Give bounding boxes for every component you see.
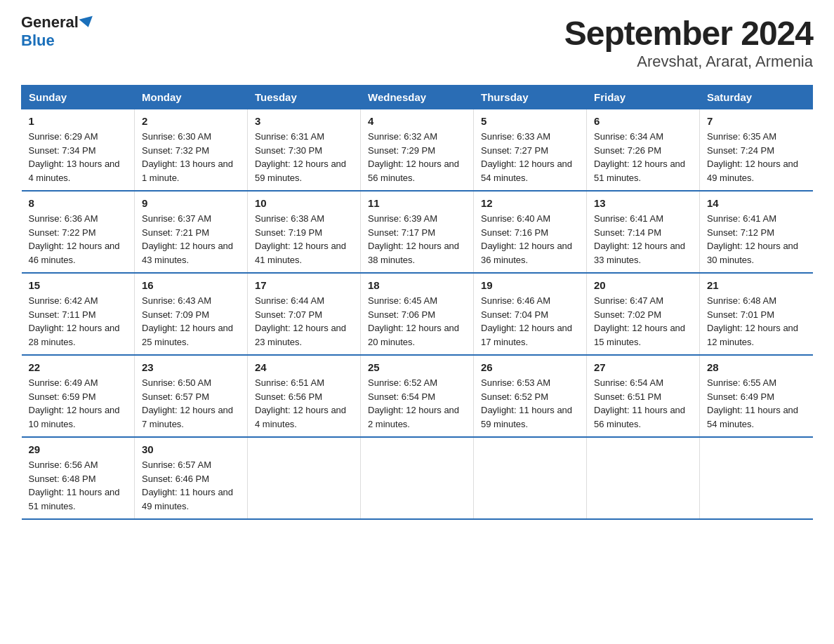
day-info: Sunrise: 6:36 AMSunset: 7:22 PMDaylight:… (29, 212, 128, 267)
day-number: 10 (255, 197, 353, 209)
week-row-4: 22Sunrise: 6:49 AMSunset: 6:59 PMDayligh… (22, 355, 813, 437)
day-info: Sunrise: 6:31 AMSunset: 7:30 PMDaylight:… (255, 130, 353, 185)
header-day-sunday: Sunday (22, 86, 135, 109)
day-info: Sunrise: 6:44 AMSunset: 7:07 PMDaylight:… (255, 294, 353, 349)
calendar-cell: 1Sunrise: 6:29 AMSunset: 7:34 PMDaylight… (22, 109, 135, 192)
day-info: Sunrise: 6:54 AMSunset: 6:51 PMDaylight:… (594, 376, 692, 431)
calendar-cell: 21Sunrise: 6:48 AMSunset: 7:01 PMDayligh… (700, 273, 813, 355)
day-number: 26 (481, 361, 579, 373)
title-block: September 2024 Arevshat, Ararat, Armenia (564, 14, 813, 71)
day-number: 27 (594, 361, 692, 373)
day-info: Sunrise: 6:42 AMSunset: 7:11 PMDaylight:… (29, 294, 128, 349)
day-info: Sunrise: 6:29 AMSunset: 7:34 PMDaylight:… (29, 130, 128, 185)
header-day-tuesday: Tuesday (248, 86, 361, 109)
header-day-thursday: Thursday (474, 86, 587, 109)
day-number: 21 (707, 279, 806, 291)
week-row-2: 8Sunrise: 6:36 AMSunset: 7:22 PMDaylight… (22, 191, 813, 273)
day-number: 5 (481, 115, 579, 127)
calendar-cell: 22Sunrise: 6:49 AMSunset: 6:59 PMDayligh… (22, 355, 135, 437)
calendar-cell (361, 437, 474, 519)
day-info: Sunrise: 6:52 AMSunset: 6:54 PMDaylight:… (368, 376, 466, 431)
day-info: Sunrise: 6:49 AMSunset: 6:59 PMDaylight:… (29, 376, 128, 431)
day-info: Sunrise: 6:57 AMSunset: 6:46 PMDaylight:… (142, 458, 240, 513)
day-info: Sunrise: 6:46 AMSunset: 7:04 PMDaylight:… (481, 294, 579, 349)
day-number: 17 (255, 279, 353, 291)
calendar-title: September 2024 (564, 14, 813, 53)
day-number: 16 (142, 279, 240, 291)
header-day-monday: Monday (135, 86, 248, 109)
calendar-cell: 7Sunrise: 6:35 AMSunset: 7:24 PMDaylight… (700, 109, 813, 192)
day-number: 25 (368, 361, 466, 373)
header-day-wednesday: Wednesday (361, 86, 474, 109)
calendar-cell: 9Sunrise: 6:37 AMSunset: 7:21 PMDaylight… (135, 191, 248, 273)
day-number: 12 (481, 197, 579, 209)
header-row: SundayMondayTuesdayWednesdayThursdayFrid… (22, 86, 813, 109)
day-number: 22 (29, 361, 128, 373)
header-day-friday: Friday (587, 86, 700, 109)
week-row-5: 29Sunrise: 6:56 AMSunset: 6:48 PMDayligh… (22, 437, 813, 519)
day-number: 13 (594, 197, 692, 209)
day-number: 18 (368, 279, 466, 291)
day-number: 30 (142, 443, 240, 455)
day-info: Sunrise: 6:50 AMSunset: 6:57 PMDaylight:… (142, 376, 240, 431)
calendar-cell (474, 437, 587, 519)
calendar-cell: 6Sunrise: 6:34 AMSunset: 7:26 PMDaylight… (587, 109, 700, 192)
calendar-cell: 25Sunrise: 6:52 AMSunset: 6:54 PMDayligh… (361, 355, 474, 437)
calendar-cell: 30Sunrise: 6:57 AMSunset: 6:46 PMDayligh… (135, 437, 248, 519)
week-row-1: 1Sunrise: 6:29 AMSunset: 7:34 PMDaylight… (22, 109, 813, 192)
calendar-subtitle: Arevshat, Ararat, Armenia (564, 53, 813, 71)
header-day-saturday: Saturday (700, 86, 813, 109)
day-info: Sunrise: 6:51 AMSunset: 6:56 PMDaylight:… (255, 376, 353, 431)
day-number: 19 (481, 279, 579, 291)
day-info: Sunrise: 6:41 AMSunset: 7:12 PMDaylight:… (707, 212, 806, 267)
day-info: Sunrise: 6:30 AMSunset: 7:32 PMDaylight:… (142, 130, 240, 185)
day-info: Sunrise: 6:39 AMSunset: 7:17 PMDaylight:… (368, 212, 466, 267)
day-number: 20 (594, 279, 692, 291)
calendar-cell: 28Sunrise: 6:55 AMSunset: 6:49 PMDayligh… (700, 355, 813, 437)
calendar-cell: 16Sunrise: 6:43 AMSunset: 7:09 PMDayligh… (135, 273, 248, 355)
day-number: 15 (29, 279, 128, 291)
calendar-cell (587, 437, 700, 519)
day-info: Sunrise: 6:40 AMSunset: 7:16 PMDaylight:… (481, 212, 579, 267)
day-info: Sunrise: 6:35 AMSunset: 7:24 PMDaylight:… (707, 130, 806, 185)
day-number: 29 (29, 443, 128, 455)
calendar-cell (248, 437, 361, 519)
page-header: General Blue September 2024 Arevshat, Ar… (21, 14, 813, 71)
day-number: 7 (707, 115, 806, 127)
day-number: 1 (29, 115, 128, 127)
day-number: 3 (255, 115, 353, 127)
day-number: 24 (255, 361, 353, 373)
calendar-cell: 3Sunrise: 6:31 AMSunset: 7:30 PMDaylight… (248, 109, 361, 192)
day-info: Sunrise: 6:43 AMSunset: 7:09 PMDaylight:… (142, 294, 240, 349)
day-info: Sunrise: 6:45 AMSunset: 7:06 PMDaylight:… (368, 294, 466, 349)
calendar-cell: 29Sunrise: 6:56 AMSunset: 6:48 PMDayligh… (22, 437, 135, 519)
day-info: Sunrise: 6:55 AMSunset: 6:49 PMDaylight:… (707, 376, 806, 431)
day-info: Sunrise: 6:41 AMSunset: 7:14 PMDaylight:… (594, 212, 692, 267)
day-number: 4 (368, 115, 466, 127)
calendar-cell: 19Sunrise: 6:46 AMSunset: 7:04 PMDayligh… (474, 273, 587, 355)
logo-text-blue: Blue (21, 32, 55, 49)
day-info: Sunrise: 6:37 AMSunset: 7:21 PMDaylight:… (142, 212, 240, 267)
logo: General Blue (21, 14, 94, 49)
day-info: Sunrise: 6:56 AMSunset: 6:48 PMDaylight:… (29, 458, 128, 513)
calendar-cell: 18Sunrise: 6:45 AMSunset: 7:06 PMDayligh… (361, 273, 474, 355)
calendar-cell: 27Sunrise: 6:54 AMSunset: 6:51 PMDayligh… (587, 355, 700, 437)
calendar-cell (700, 437, 813, 519)
calendar-cell: 11Sunrise: 6:39 AMSunset: 7:17 PMDayligh… (361, 191, 474, 273)
logo-triangle-icon (79, 16, 95, 29)
day-number: 23 (142, 361, 240, 373)
week-row-3: 15Sunrise: 6:42 AMSunset: 7:11 PMDayligh… (22, 273, 813, 355)
calendar-cell: 8Sunrise: 6:36 AMSunset: 7:22 PMDaylight… (22, 191, 135, 273)
calendar-cell: 24Sunrise: 6:51 AMSunset: 6:56 PMDayligh… (248, 355, 361, 437)
day-number: 14 (707, 197, 806, 209)
day-number: 28 (707, 361, 806, 373)
day-number: 6 (594, 115, 692, 127)
day-info: Sunrise: 6:53 AMSunset: 6:52 PMDaylight:… (481, 376, 579, 431)
day-info: Sunrise: 6:38 AMSunset: 7:19 PMDaylight:… (255, 212, 353, 267)
calendar-cell: 2Sunrise: 6:30 AMSunset: 7:32 PMDaylight… (135, 109, 248, 192)
day-number: 8 (29, 197, 128, 209)
day-number: 2 (142, 115, 240, 127)
calendar-table: SundayMondayTuesdayWednesdayThursdayFrid… (21, 85, 813, 520)
day-number: 11 (368, 197, 466, 209)
calendar-cell: 14Sunrise: 6:41 AMSunset: 7:12 PMDayligh… (700, 191, 813, 273)
